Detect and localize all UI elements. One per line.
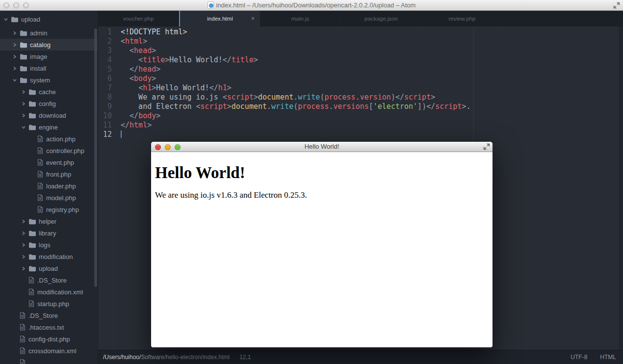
tab-label: index.html [207, 16, 233, 22]
folder-icon [28, 242, 36, 248]
chevron-right-icon[interactable] [22, 102, 28, 106]
tree-item-catalog[interactable]: catalog [0, 39, 98, 51]
tree-item-label: .DS_Store [28, 312, 58, 319]
code-line: and Electron <script>document.write(proc… [120, 102, 623, 111]
tab-label: main.js [291, 16, 309, 22]
chevron-right-icon[interactable] [22, 255, 28, 259]
folder-icon [28, 101, 36, 107]
tree-item-config-dist-php[interactable]: config-dist.php [0, 333, 98, 345]
tree-item-startup-php[interactable]: startup.php [0, 298, 98, 310]
chevron-right-icon[interactable] [13, 54, 20, 59]
tree-item-system[interactable]: system [0, 74, 98, 86]
tab-close-icon[interactable]: × [251, 16, 255, 22]
chevron-right-icon[interactable] [22, 113, 28, 118]
file-icon [20, 336, 26, 342]
tree-item-admin[interactable]: admin [0, 27, 98, 39]
tree-item-label: upload [21, 16, 40, 23]
tree-item-crossdomain-xml[interactable]: crossdomain.xml [0, 345, 98, 357]
tab-review-php[interactable]: review.php [422, 11, 503, 26]
tree-item-engine[interactable]: engine [0, 121, 98, 133]
tree-item-image[interactable]: image [0, 51, 98, 62]
code-line: </html> [120, 121, 623, 130]
chevron-down-icon[interactable] [4, 17, 11, 22]
popup-content: Hello World! We are using io.js v1.6.3 a… [151, 152, 493, 200]
line-number: 5 [98, 65, 112, 74]
file-icon [28, 288, 34, 295]
tree-item-label: config-dist.php [28, 336, 70, 343]
tree-item-download[interactable]: download [0, 109, 98, 121]
file-icon [20, 347, 26, 354]
tree-item-library[interactable]: library [0, 227, 98, 239]
popup-fullscreen-icon[interactable] [483, 143, 490, 150]
chevron-right-icon[interactable] [13, 66, 20, 71]
tree-item-controller-php[interactable]: controller.php [0, 145, 98, 156]
chevron-right-icon[interactable] [22, 219, 28, 224]
tree-item-logs[interactable]: logs [0, 239, 98, 251]
tree-scrollbar-thumb[interactable] [94, 28, 97, 287]
popup-body-text: We are using io.js v1.6.3 and Electron 0… [155, 190, 489, 200]
tree-item-event-php[interactable]: event.php [0, 156, 98, 168]
atom-window: index.html – /Users/huihoo/Downloads/ope… [0, 0, 623, 364]
popup-title: Hello World! [151, 142, 493, 152]
chevron-right-icon[interactable] [22, 243, 28, 247]
tab-main-js[interactable]: main.js [260, 11, 341, 26]
tab-label: voucher.php [123, 16, 154, 22]
tab-package-json[interactable]: package.json [341, 11, 422, 26]
tree-item-label: library [39, 230, 56, 237]
fullscreen-icon[interactable] [613, 2, 620, 9]
tab-label: package.json [364, 16, 398, 22]
chevron-right-icon[interactable] [22, 231, 28, 235]
tree-item-install[interactable]: install [0, 62, 98, 74]
chevron-down-icon[interactable] [13, 78, 20, 82]
tree-item-cache[interactable]: cache [0, 86, 98, 98]
tree-item-front-php[interactable]: front.php [0, 168, 98, 180]
tree-item-modification-xml[interactable]: modification.xml [0, 286, 98, 298]
folder-icon [28, 254, 36, 260]
tree-item-modification[interactable]: modification [0, 251, 98, 262]
chevron-right-icon[interactable] [13, 31, 20, 35]
tree-item-model-php[interactable]: model.php [0, 192, 98, 204]
tree-item-label: controller.php [46, 147, 84, 155]
window-titlebar[interactable]: index.html – /Users/huihoo/Downloads/ope… [0, 0, 623, 11]
file-icon [37, 135, 43, 142]
line-number: 8 [98, 93, 112, 102]
tree-item-label: install [30, 65, 46, 72]
tree-item-upload[interactable]: upload [0, 13, 98, 25]
tree-item-label: modification.xml [37, 288, 83, 296]
tab-voucher-php[interactable]: voucher.php [98, 11, 179, 26]
tree-item-loader-php[interactable]: loader.php [0, 180, 98, 192]
file-icon [28, 300, 34, 307]
code-line: </body> [120, 111, 623, 121]
encoding-selector[interactable]: UTF-8 [571, 354, 587, 361]
file-icon [28, 277, 34, 284]
tree-item-ds-store[interactable]: .DS_Store [0, 274, 98, 286]
hello-world-window: Hello World! Hello World! We are using i… [151, 142, 493, 347]
status-bar: /Users/huihoo/Software/hello-electron/in… [98, 350, 623, 364]
tree-list: uploadadmincatalogimageinstallsystemcach… [0, 11, 98, 364]
tree-item-ds-store[interactable]: .DS_Store [0, 310, 98, 321]
tree-item-helper[interactable]: helper [0, 215, 98, 227]
tree-item-blank[interactable] [0, 357, 98, 364]
tree-item-label: logs [39, 241, 51, 249]
tree-item-action-php[interactable]: action.php [0, 133, 98, 145]
chevron-right-icon[interactable] [22, 266, 28, 271]
popup-titlebar[interactable]: Hello World! [151, 142, 493, 152]
tree-item-upload[interactable]: upload [0, 262, 98, 274]
tree-item-registry-php[interactable]: registry.php [0, 204, 98, 215]
chevron-right-icon[interactable] [22, 90, 28, 94]
code-line: We are using io.js <script>document.writ… [120, 93, 623, 102]
chevron-down-icon[interactable] [22, 125, 28, 130]
editor-scrollbar[interactable] [619, 26, 623, 350]
document-proxy-icon [208, 1, 214, 9]
code-line: </head> [120, 65, 623, 74]
chevron-right-icon[interactable] [13, 43, 20, 47]
cursor-position[interactable]: 12,1 [239, 354, 251, 361]
tab-label: review.php [449, 16, 476, 22]
file-icon [37, 171, 43, 178]
tree-item-htaccess-txt[interactable]: .htaccess.txt [0, 321, 98, 333]
tab-index-html[interactable]: index.html× [179, 11, 260, 26]
tree-item-label: modification [39, 253, 73, 260]
tree-item-config[interactable]: config [0, 98, 98, 109]
line-number-gutter: 123456789101112 [98, 26, 120, 350]
grammar-selector[interactable]: HTML [600, 354, 616, 361]
